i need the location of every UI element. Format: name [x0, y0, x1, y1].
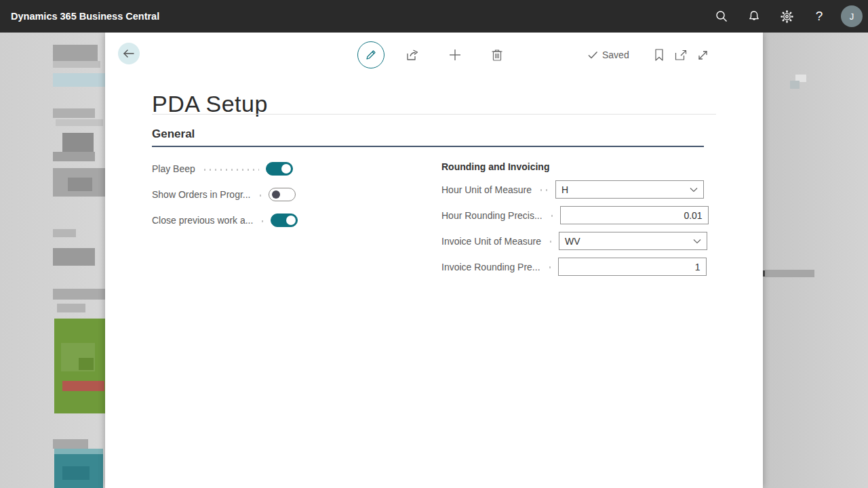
action-toolbar: Saved [105, 41, 763, 68]
hour-unit-of-measure-select[interactable]: H [555, 180, 704, 199]
rounding-group-title: Rounding and Invoicing [441, 161, 549, 172]
blurred-content-block [53, 229, 76, 237]
hour-rounding-precision-input[interactable] [561, 207, 708, 224]
screen: Dynamics 365 Business Central [0, 0, 868, 488]
invoice-unit-of-measure-select[interactable]: WV [559, 232, 707, 250]
app-header: Dynamics 365 Business Central [0, 0, 868, 33]
blurred-content-block [790, 81, 800, 89]
dotted-leader [547, 266, 551, 268]
field-label: Play Beep [152, 163, 195, 174]
section-general-title: General [152, 127, 704, 146]
blurred-content-block [53, 248, 95, 266]
field-label: Close previous work a... [152, 215, 253, 226]
share-icon[interactable] [399, 41, 427, 68]
blurred-content-block [53, 108, 95, 118]
blurred-content-block [53, 439, 88, 449]
blurred-content-block [56, 119, 103, 126]
field-label: Invoice Rounding Pre... [441, 262, 540, 272]
avatar-initial: J [850, 12, 854, 22]
toggle-knob [286, 216, 296, 225]
field-label: Show Orders in Progr... [152, 189, 251, 200]
blurred-content-block [765, 270, 814, 277]
field-row-invoice-uom: Invoice Unit of Measure WV [441, 232, 704, 250]
dotted-leader [202, 169, 259, 171]
app-title: Dynamics 365 Business Central [11, 11, 159, 22]
settings-gear-icon[interactable] [773, 3, 800, 30]
help-icon[interactable]: ? [806, 3, 833, 30]
show-orders-toggle[interactable] [269, 188, 296, 201]
field-row-hour-rounding: Hour Rounding Precis... [441, 206, 704, 224]
invoice-rounding-precision-input[interactable] [559, 258, 706, 275]
edit-pencil-icon[interactable] [357, 41, 384, 68]
blurred-content-block [53, 61, 100, 68]
blurred-content-block [53, 45, 98, 61]
delete-trash-icon[interactable] [484, 41, 511, 68]
blurred-image-green [54, 319, 105, 413]
hour-rounding-precision-field-wrap [560, 206, 709, 224]
new-plus-icon[interactable] [441, 41, 469, 68]
invoice-rounding-precision-field-wrap [558, 258, 707, 276]
blurred-content-block [57, 304, 85, 312]
check-icon [588, 51, 598, 59]
dimmed-background-right [763, 33, 868, 488]
section-general[interactable]: General [152, 127, 704, 147]
toggle-knob [281, 164, 291, 174]
save-status: Saved [588, 41, 629, 68]
select-value: WV [565, 236, 580, 247]
field-row-show-orders: Show Orders in Progr... [152, 187, 293, 202]
bookmark-icon[interactable] [648, 41, 670, 68]
field-row-invoice-rounding: Invoice Rounding Pre... [441, 258, 704, 276]
toggle-knob [272, 190, 280, 199]
section-underline [152, 146, 704, 147]
select-value: H [561, 184, 568, 195]
save-status-label: Saved [602, 49, 629, 60]
dotted-leader [548, 241, 552, 243]
blurred-content-block [53, 73, 105, 87]
field-row-close-previous-work: Close previous work a... [152, 213, 293, 228]
blurred-image-teal [54, 449, 103, 488]
field-label: Hour Unit of Measure [441, 184, 532, 195]
close-previous-work-toggle[interactable] [271, 214, 298, 227]
header-actions: ? J [708, 0, 863, 33]
dotted-leader [258, 195, 262, 197]
play-beep-toggle[interactable] [266, 162, 293, 176]
page-card: Saved PDA Setup [105, 33, 763, 488]
field-row-play-beep: Play Beep [152, 161, 293, 176]
dotted-leader [538, 189, 549, 191]
dotted-leader [549, 215, 553, 217]
notifications-bell-icon[interactable] [741, 3, 768, 30]
field-label: Invoice Unit of Measure [441, 236, 541, 247]
dotted-leader [260, 220, 264, 222]
open-in-window-icon[interactable] [670, 41, 692, 68]
dimmed-background-left [0, 33, 105, 488]
field-row-hour-uom: Hour Unit of Measure H [441, 180, 704, 199]
title-divider [152, 114, 716, 115]
expand-icon[interactable] [692, 41, 713, 68]
field-label: Hour Rounding Precis... [441, 210, 542, 221]
user-avatar[interactable]: J [841, 5, 863, 27]
chevron-down-icon [693, 239, 701, 244]
blurred-content-block [53, 289, 105, 300]
blurred-content-block [53, 152, 95, 161]
search-icon[interactable] [708, 3, 735, 30]
blurred-content-block [68, 178, 92, 191]
chevron-down-icon [690, 187, 698, 192]
